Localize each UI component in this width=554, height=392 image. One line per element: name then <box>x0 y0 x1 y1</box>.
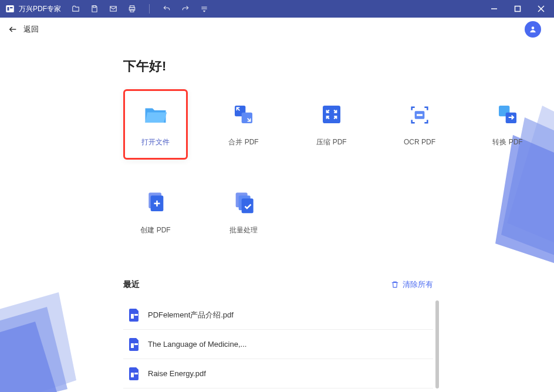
pdf-file-icon <box>129 309 140 322</box>
action-ocr-pdf[interactable]: OCR PDF <box>387 89 452 160</box>
more-icon[interactable] <box>200 5 208 13</box>
action-label: 合并 PDF <box>228 137 258 147</box>
ocr-icon <box>407 103 432 127</box>
svg-rect-8 <box>201 7 207 8</box>
action-label: 创建 PDF <box>140 225 170 235</box>
svg-point-16 <box>532 26 535 29</box>
redo-icon[interactable] <box>181 5 190 13</box>
clear-icon <box>391 281 399 289</box>
file-name: The Language of Medicine,... <box>148 340 246 349</box>
create-icon <box>143 190 168 215</box>
recent-title: 最近 <box>123 279 140 290</box>
back-arrow-icon <box>8 25 18 34</box>
svg-rect-3 <box>93 6 96 8</box>
recent-section: 最近 清除所有 PDFelement产品介绍.pdf The Language … <box>123 279 433 392</box>
action-label: 打开文件 <box>141 137 170 147</box>
mail-icon[interactable] <box>109 5 117 13</box>
print-icon[interactable] <box>128 5 136 13</box>
compress-icon <box>319 102 344 127</box>
svg-rect-12 <box>515 6 521 12</box>
app-title: 万兴PDF专家 <box>19 4 61 14</box>
action-create-pdf[interactable]: 创建 PDF <box>123 177 188 248</box>
svg-rect-1 <box>8 7 9 11</box>
recent-item[interactable]: Raise Energy.pdf <box>123 359 433 388</box>
recent-item[interactable]: 示例文件.pdf <box>123 388 433 392</box>
svg-rect-27 <box>417 114 423 116</box>
action-label: 压缩 PDF <box>316 137 346 147</box>
svg-marker-10 <box>203 11 206 12</box>
svg-rect-40 <box>134 373 138 374</box>
user-icon <box>529 25 537 33</box>
back-button[interactable]: 返回 <box>8 24 39 35</box>
svg-rect-35 <box>131 314 134 319</box>
svg-rect-0 <box>6 5 14 12</box>
action-open-file[interactable]: 打开文件 <box>123 89 188 160</box>
action-batch[interactable]: 批量处理 <box>211 177 276 248</box>
clear-all-button[interactable]: 清除所有 <box>391 279 433 290</box>
svg-rect-25 <box>323 106 340 123</box>
action-convert-pdf[interactable]: 转换 PDF <box>475 89 540 160</box>
save-icon[interactable] <box>90 5 99 13</box>
svg-rect-2 <box>10 7 13 8</box>
convert-icon <box>495 102 520 127</box>
pdf-file-icon <box>129 367 140 380</box>
separator <box>149 4 150 13</box>
svg-rect-9 <box>201 8 207 9</box>
action-label: 转换 PDF <box>492 137 522 147</box>
action-compress-pdf[interactable]: 压缩 PDF <box>299 89 364 160</box>
maximize-icon[interactable] <box>514 5 521 12</box>
file-name: Raise Energy.pdf <box>148 369 206 378</box>
scrollbar-thumb[interactable] <box>435 300 439 388</box>
clear-all-label: 清除所有 <box>403 279 433 290</box>
avatar[interactable] <box>525 21 541 38</box>
close-icon[interactable] <box>538 5 545 12</box>
svg-rect-36 <box>134 314 138 316</box>
action-grid: 打开文件 合并 PDF 压缩 PDF OCR PDF <box>123 89 554 248</box>
scrollbar[interactable] <box>435 300 439 392</box>
recent-item[interactable]: PDFelement产品介绍.pdf <box>123 300 433 330</box>
minimize-icon[interactable] <box>491 5 498 12</box>
svg-rect-38 <box>134 343 138 345</box>
header: 返回 <box>0 18 554 41</box>
svg-rect-34 <box>242 198 254 213</box>
folder-open-icon <box>143 102 168 127</box>
titlebar: 万兴PDF专家 <box>0 0 554 18</box>
pdf-file-icon <box>129 338 140 351</box>
undo-icon[interactable] <box>163 5 171 13</box>
file-name: PDFelement产品介绍.pdf <box>148 310 234 320</box>
recent-item[interactable]: The Language of Medicine,... <box>123 330 433 359</box>
action-label: OCR PDF <box>404 138 435 146</box>
svg-rect-37 <box>131 343 134 348</box>
main-content: 下午好! 打开文件 合并 PDF 压缩 PDF <box>0 41 554 392</box>
action-label: 批量处理 <box>229 225 258 235</box>
open-icon[interactable] <box>72 5 80 13</box>
greeting: 下午好! <box>123 58 554 75</box>
app-logo-icon <box>5 4 15 14</box>
svg-rect-39 <box>131 373 134 377</box>
merge-icon <box>231 102 256 127</box>
recent-list: PDFelement产品介绍.pdf The Language of Medic… <box>123 300 433 392</box>
back-label: 返回 <box>23 24 39 35</box>
action-merge-pdf[interactable]: 合并 PDF <box>211 89 276 160</box>
batch-icon <box>231 190 256 215</box>
